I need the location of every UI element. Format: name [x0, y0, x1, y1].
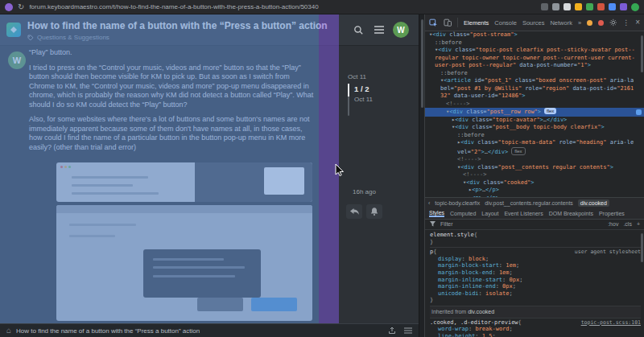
dom-token: <div: [460, 139, 474, 146]
tab-dom-breakpoints[interactable]: DOM Breakpoints: [549, 211, 593, 216]
css-property[interactable]: line-height: 1.5;: [430, 333, 641, 337]
topic-title[interactable]: How to find the name of a button with th…: [27, 20, 328, 31]
css-property[interactable]: word-wrap: break-word;: [430, 326, 641, 333]
css-property[interactable]: margin-inline-end: 0px;: [430, 283, 641, 290]
dom-node[interactable]: <!---->: [425, 156, 644, 164]
timeline-scrubber[interactable]: [348, 84, 349, 116]
crumbs-overflow-icon[interactable]: ‹: [428, 200, 430, 206]
timeline-last-activity[interactable]: 16h ago: [353, 188, 376, 195]
url-text[interactable]: forum.keyboardmaestro.com/t/how-to-find-…: [29, 3, 318, 10]
list-icon[interactable]: [404, 327, 412, 334]
css-property[interactable]: display: block;: [430, 256, 641, 263]
dom-node[interactable]: ▾<div class="topic-post clearfix post--s…: [425, 47, 644, 70]
category-tag-icon: [27, 35, 34, 41]
dom-node[interactable]: ▾<div class="post__body topic-body clear…: [425, 124, 644, 132]
reload-icon[interactable]: ↻: [18, 3, 24, 11]
user-avatar[interactable]: W: [393, 22, 409, 38]
tab-console[interactable]: Console: [494, 19, 517, 27]
notification-bell-button[interactable]: [366, 204, 382, 219]
elements-breadcrumb[interactable]: topic-body.clearfix: [435, 200, 480, 206]
rule-selector[interactable]: element.style: [430, 232, 474, 239]
tab-computed[interactable]: Computed: [450, 211, 476, 216]
dom-token: </div>: [488, 149, 508, 155]
devtools-scrollbar-thumb[interactable]: [641, 35, 643, 72]
dom-node[interactable]: ::before: [425, 70, 644, 78]
css-property[interactable]: margin-inline-start: 0px;: [430, 277, 641, 284]
dom-node[interactable]: ▸<p>…</p>: [425, 187, 644, 195]
dom-token: ::before: [435, 39, 462, 46]
search-icon[interactable]: [351, 23, 365, 37]
dom-token: class=: [469, 117, 493, 123]
timeline-progress[interactable]: 1 / 2: [354, 84, 369, 93]
devtools-scrollbar-thumb[interactable]: [641, 233, 643, 262]
tab-properties[interactable]: Properties: [599, 211, 625, 216]
warning-badge[interactable]: [587, 20, 592, 26]
topic-category[interactable]: Questions & Suggestions: [27, 34, 109, 41]
toggle-classes[interactable]: .cls: [623, 221, 632, 227]
inspect-icon[interactable]: [429, 18, 438, 27]
css-property[interactable]: margin-block-start: 1em;: [430, 262, 641, 269]
css-property[interactable]: unicode-bidi: isolate;: [430, 290, 641, 298]
dom-token: class=: [463, 109, 487, 115]
dom-node[interactable]: ▸<div class="topic-avatar">…</div>: [425, 117, 644, 125]
share-icon[interactable]: [388, 327, 396, 335]
post-image[interactable]: [56, 205, 312, 321]
flex-badge[interactable]: flex: [544, 108, 556, 114]
tab-sources[interactable]: Sources: [522, 19, 545, 27]
reply-button[interactable]: [346, 204, 362, 219]
styles-sidebar-tabs: Styles Computed Layout Event Listeners D…: [425, 208, 644, 220]
profile-avatar-icon[interactable]: [631, 3, 639, 11]
extension-icon[interactable]: [597, 3, 605, 10]
dom-node[interactable]: ▾<article id="post_1" class="boxed onscr…: [425, 77, 644, 101]
extension-icon[interactable]: [609, 3, 616, 10]
tab-styles[interactable]: Styles: [429, 210, 444, 217]
dom-node[interactable]: ▾<div class="cooked">: [425, 179, 644, 187]
extension-icon[interactable]: [541, 3, 548, 10]
dom-node[interactable]: ▾<div class="post__contents regular cont…: [425, 164, 644, 172]
post-avatar[interactable]: W: [8, 51, 26, 69]
extension-icon[interactable]: [552, 3, 559, 10]
css-property[interactable]: margin-block-end: 1em;: [430, 269, 641, 277]
toggle-hover-state[interactable]: :hov: [608, 221, 618, 227]
close-devtools-icon[interactable]: ×: [635, 18, 640, 27]
post-image[interactable]: [56, 162, 312, 202]
settings-gear-icon[interactable]: [609, 18, 617, 27]
kebab-menu-icon[interactable]: ⋮: [622, 19, 630, 27]
extension-icon[interactable]: [564, 3, 571, 10]
site-logo[interactable]: [6, 23, 21, 37]
tab-event-listeners[interactable]: Event Listeners: [504, 211, 543, 216]
extension-icon[interactable]: [620, 3, 627, 10]
flex-badge[interactable]: flex: [511, 147, 525, 155]
extension-icon[interactable]: [575, 3, 582, 10]
rule-selector[interactable]: .cooked, .d-editor-preview: [430, 319, 518, 327]
device-toolbar-icon[interactable]: [444, 18, 452, 27]
dom-node[interactable]: ::before: [425, 132, 644, 140]
dom-token: data-post-id=: [569, 85, 617, 92]
filter-input[interactable]: Filter: [440, 221, 453, 227]
timeline-start-date[interactable]: Oct 11: [348, 73, 366, 80]
tab-layout[interactable]: Layout: [481, 211, 498, 216]
error-badge[interactable]: [598, 20, 604, 26]
new-style-rule-icon[interactable]: +: [637, 221, 640, 227]
hamburger-menu-icon[interactable]: [372, 23, 386, 37]
inherited-element-link[interactable]: div.cooked: [468, 309, 494, 314]
dom-node[interactable]: <!---->: [425, 171, 644, 179]
dom-node[interactable]: <!---->: [425, 101, 644, 109]
scrollbar-thumb[interactable]: [421, 19, 423, 108]
elements-breadcrumb[interactable]: div.cooked: [578, 199, 609, 207]
tab-network[interactable]: Network: [550, 19, 572, 27]
elements-breadcrumb[interactable]: div.post__contents.regular.contents: [485, 200, 573, 206]
stylesheet-source[interactable]: topic-post.scss:101: [576, 319, 641, 327]
footer-topic-title[interactable]: How to find the name of a button with th…: [16, 327, 200, 335]
extension-icon[interactable]: [586, 3, 593, 10]
dom-node[interactable]: ▾<div class="post__row row">flex: [425, 108, 644, 117]
dom-node[interactable]: ::before: [425, 39, 644, 47]
dom-token: <!---->: [463, 171, 487, 178]
dom-node[interactable]: ▾<div class="post-stream">: [425, 31, 644, 39]
tab-elements[interactable]: Elements: [464, 19, 489, 27]
extension-icon[interactable]: [5, 3, 13, 11]
dom-node[interactable]: ▸<div class="topic-meta-data" role="head…: [425, 139, 644, 156]
post-paragraph: “Play” button.: [29, 48, 314, 58]
more-tabs-icon[interactable]: »: [578, 19, 581, 27]
home-icon[interactable]: ⌂: [6, 327, 11, 335]
